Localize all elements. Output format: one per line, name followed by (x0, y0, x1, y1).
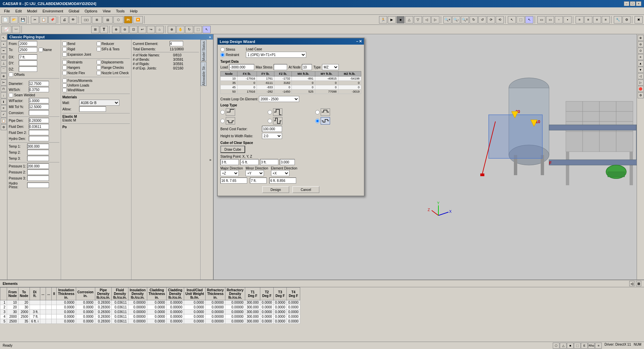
tb-pipe[interactable]: ⚙ (623, 16, 631, 23)
tb2-box[interactable]: ⬚ (194, 26, 202, 33)
icon-nozzle[interactable]: ⊢ (1, 80, 7, 86)
tb-view1[interactable]: ▭ (537, 16, 545, 23)
loop-type-radio-2[interactable] (268, 110, 272, 114)
tb-r5[interactable]: ▽ (414, 16, 422, 23)
tb-b1[interactable]: ◻◻ (81, 16, 91, 23)
menu-file[interactable]: File (1, 8, 13, 14)
icon-element[interactable]: ━ (1, 48, 7, 54)
tb-r1[interactable]: 🏃 (379, 16, 387, 23)
displacements-checkbox[interactable] (97, 60, 101, 64)
tb-zoom3[interactable]: 🔍= (461, 16, 469, 23)
size3-input[interactable] (269, 178, 296, 184)
tb2-text[interactable]: T (100, 26, 108, 33)
tb2-back[interactable]: ↩ (138, 26, 146, 33)
pressure1-input[interactable] (27, 163, 49, 169)
tb-new[interactable]: 📄 (1, 16, 9, 23)
icon-report[interactable]: 📋 (1, 118, 7, 124)
r-icon-9[interactable]: 🔴 (638, 86, 644, 92)
loop-type-radio-6[interactable] (315, 119, 320, 123)
restore-button[interactable]: □ (630, 1, 635, 6)
bend-checkbox[interactable] (62, 42, 67, 46)
pipeden-input[interactable] (29, 118, 49, 123)
tb2-home[interactable]: ⌂ (156, 26, 164, 33)
menu-global[interactable]: Global (66, 8, 82, 14)
bt-3[interactable]: ■ (567, 343, 574, 349)
dialog-minimize[interactable]: – (356, 39, 358, 44)
diameter-input[interactable] (29, 81, 49, 86)
menu-environment[interactable]: Environment (40, 8, 66, 14)
tb-r3[interactable]: ■ (396, 16, 405, 23)
bt-4[interactable]: ⬚ (574, 343, 581, 349)
icon-pipe[interactable]: ⊏ (1, 54, 7, 60)
hangers-checkbox[interactable] (62, 65, 67, 70)
icon-hanger[interactable]: ⊓ (1, 86, 7, 92)
menu-options[interactable]: Options (82, 8, 100, 14)
reducer-checkbox[interactable] (97, 42, 101, 46)
icon-support[interactable]: ⊥ (1, 60, 7, 66)
icon-load[interactable]: ↓ (1, 92, 7, 98)
tb2-arrow[interactable]: ↖ (203, 26, 211, 33)
r-icon-5[interactable]: ▲ (638, 60, 644, 66)
fluidden-input[interactable] (29, 124, 49, 129)
loop-type-radio-4[interactable] (220, 119, 225, 123)
tb-open[interactable]: 📂 (10, 16, 18, 23)
allowable-stress-tab[interactable]: Allowable Str... (201, 62, 207, 86)
material-select[interactable]: A106 Gr B (79, 100, 119, 106)
rigid-checkbox[interactable] (62, 47, 67, 51)
icon-settings[interactable]: ⚙ (1, 124, 7, 130)
name-checkbox[interactable] (39, 48, 43, 52)
tb-w1[interactable]: ≡ (576, 16, 584, 23)
max-stress-input[interactable] (274, 64, 287, 70)
design-button[interactable]: Design (262, 186, 289, 193)
nozzlelmt-checkbox[interactable] (97, 71, 101, 75)
create-loop-select[interactable]: 2000 - 2500 (259, 96, 299, 102)
corrosion-input[interactable] (29, 110, 49, 115)
temp2-input[interactable] (27, 150, 49, 155)
bt-6[interactable]: Rho (588, 343, 595, 349)
wind-checkbox[interactable] (62, 88, 67, 92)
hydroden-input[interactable] (29, 136, 49, 141)
tb2-fwd[interactable]: ↪ (147, 26, 155, 33)
icon-material[interactable]: ≡ (1, 105, 7, 111)
model-status-tab[interactable]: Model Status (201, 40, 207, 61)
tb-view2[interactable]: ▭ (546, 16, 554, 23)
minor-dir-select[interactable]: +Y (246, 170, 264, 176)
restraint-radio[interactable] (220, 53, 225, 57)
uniform-checkbox[interactable] (62, 83, 67, 88)
allow-input[interactable] (79, 106, 106, 112)
menu-help[interactable]: Help (127, 8, 141, 14)
temp3-input[interactable] (27, 156, 49, 161)
r-icon-4[interactable]: ≡ (638, 54, 644, 60)
tb-preview[interactable]: 👁 (69, 16, 77, 23)
loop-dialog[interactable]: Loop Design Wizard – ✕ (217, 38, 365, 196)
dx-input[interactable] (19, 54, 37, 60)
tb2-snap[interactable]: ⊕ (168, 26, 176, 33)
y-input[interactable] (240, 159, 259, 165)
nozzleflex-checkbox[interactable] (62, 71, 67, 75)
stress-radio[interactable] (220, 47, 225, 52)
z-extra-input[interactable] (280, 159, 295, 165)
dialog-title-bar[interactable]: Loop Design Wizard – ✕ (218, 38, 364, 45)
dz-input[interactable] (19, 66, 37, 72)
tb-view4[interactable]: ▪ (564, 16, 572, 23)
tb2-grid[interactable]: ⊞ (91, 26, 99, 33)
r-icon-10[interactable]: ⚙ (638, 92, 644, 98)
menu-model[interactable]: Model (24, 8, 40, 14)
menu-edit[interactable]: Edit (13, 8, 24, 14)
from-input[interactable] (19, 41, 37, 46)
bt-5[interactable]: E (581, 343, 588, 349)
current-elem-input[interactable] (170, 41, 183, 46)
size1-input[interactable] (220, 178, 247, 184)
icon-node[interactable]: • (1, 41, 7, 47)
to-input[interactable] (19, 47, 37, 52)
cpi-arrows[interactable]: » (209, 35, 211, 39)
icon-cursor[interactable]: ↖ (1, 35, 7, 41)
type-select[interactable]: MZ (322, 64, 339, 70)
load-input[interactable] (229, 64, 254, 70)
elem-btn2[interactable]: ⊞ (636, 281, 641, 286)
tb-r4[interactable]: △ (405, 16, 413, 23)
at-node-input[interactable] (302, 64, 312, 70)
tb-r2[interactable]: ▶ (388, 16, 396, 23)
tb-copy[interactable]: 📋 (40, 16, 48, 23)
fluidden2-input[interactable] (29, 130, 49, 135)
